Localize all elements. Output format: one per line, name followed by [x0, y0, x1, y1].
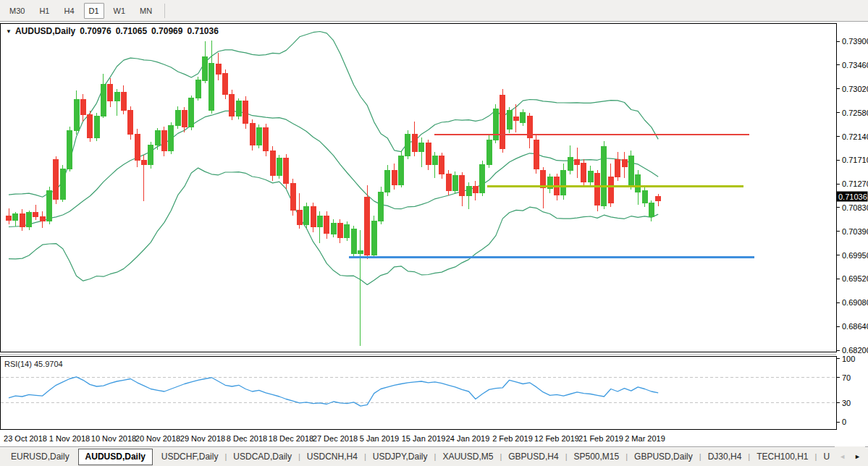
svg-text:0.71036: 0.71036	[838, 192, 867, 201]
quote-high: 0.71065	[116, 26, 147, 36]
candle-body-bull	[155, 131, 160, 145]
date-tick-label: 10 Nov 2018	[91, 434, 136, 443]
candle-body-bull	[331, 223, 336, 234]
candle-body-bear	[223, 74, 228, 94]
candle-body-bull	[507, 111, 512, 130]
candle-body-bull	[432, 156, 437, 165]
chart-tab-eurusd-daily[interactable]: EURUSD,Daily	[4, 449, 76, 465]
candle-body-bear	[141, 161, 146, 165]
svg-text:70: 70	[842, 373, 851, 382]
candle-body-bear	[216, 64, 221, 75]
candle-body-bear	[446, 174, 451, 191]
chart-header: ▼AUDUSD,Daily0.709760.710650.709690.7103…	[6, 26, 219, 36]
chart-tab-gbpusd-daily[interactable]: GBPUSD,Daily	[628, 449, 699, 465]
date-tick-label: 2 Feb 2019	[492, 434, 533, 443]
chart-tab-dj30-h4[interactable]: DJ30,H4	[701, 449, 749, 465]
candle-body-bull	[399, 156, 404, 185]
svg-text:30: 30	[842, 399, 851, 407]
candle-body-bull	[94, 116, 99, 137]
svg-text:0.72580: 0.72580	[842, 109, 868, 117]
svg-text:0.69080: 0.69080	[842, 298, 868, 307]
date-tick-label: 2 Mar 2019	[625, 434, 665, 443]
candle-body-bear	[54, 159, 59, 199]
candle-body-bull	[385, 170, 390, 192]
candle-body-bull	[175, 111, 180, 125]
trading-terminal-window: M30H1H4D1W1MN 0.739000.734600.730200.725…	[0, 0, 868, 466]
svg-text:0.68640: 0.68640	[842, 322, 868, 331]
candle-body-bull	[203, 56, 208, 80]
date-tick-label: 20 Nov 2018	[135, 434, 180, 443]
chart-tab-audusd-daily[interactable]: AUDUSD,Daily	[78, 449, 153, 465]
candle-body-bull	[486, 140, 492, 165]
candle-body-bear	[7, 216, 12, 220]
candle-body-bear	[473, 187, 478, 193]
candle-body-bull	[114, 92, 119, 101]
candle-body-bull	[588, 171, 593, 182]
chart-tab-sp500-m15[interactable]: SP500,M15	[568, 449, 626, 465]
rsi-axis: 10070300	[836, 355, 855, 427]
chart-tab-usdcad-daily[interactable]: USDCAD,Daily	[227, 449, 298, 465]
candle-body-bear	[581, 164, 586, 182]
chart-tab-tech100-h1[interactable]: TECH100,H1	[750, 449, 814, 465]
candle-body-bull	[148, 145, 153, 165]
candle-body-bull	[636, 174, 641, 192]
svg-text:0.73460: 0.73460	[842, 61, 868, 69]
tab-scroll-controls: ◄ ►	[835, 446, 865, 466]
svg-text:0.73020: 0.73020	[842, 85, 868, 93]
candle-body-bear	[80, 100, 85, 114]
date-tick-label: 21 Feb 2019	[578, 434, 623, 443]
chart-canvas[interactable]: 0.739000.734600.730200.725800.721400.717…	[0, 0, 868, 466]
candle-body-bear	[324, 216, 329, 234]
date-tick-label: 24 Jan 2019	[446, 434, 490, 443]
candle-body-bear	[311, 207, 316, 227]
candle-body-bull	[189, 98, 194, 127]
candle-body-bull	[277, 158, 282, 176]
candle-body-bear	[615, 159, 620, 177]
tab-scroll-left-icon[interactable]: ◄	[839, 453, 846, 460]
chart-tab-bar: EURUSD,Daily|AUDUSD,Daily|USDCHF,Daily|U…	[0, 446, 868, 466]
candle-body-bear	[541, 170, 546, 187]
candle-body-bear	[243, 101, 248, 124]
candle-body-bull	[47, 190, 52, 221]
date-tick-label: 29 Nov 2018	[180, 434, 225, 443]
candle-body-bull	[74, 100, 79, 131]
chart-tab-gbpusd-h4[interactable]: GBPUSD,H4	[502, 449, 565, 465]
candle-body-bear	[284, 158, 289, 183]
main-chart-panel	[1, 24, 837, 352]
candle-body-bull	[13, 213, 18, 220]
tab-scroll-right-icon[interactable]: ►	[854, 453, 861, 460]
svg-text:0.71710: 0.71710	[842, 156, 868, 164]
date-tick-label: 12 Feb 2019	[534, 434, 579, 443]
chart-tab-usdchf-daily[interactable]: USDCHF,Daily	[155, 449, 225, 465]
candle-body-bear	[128, 111, 133, 135]
candle-body-bull	[345, 224, 350, 237]
candle-body-bear	[500, 96, 505, 148]
svg-text:0.69520: 0.69520	[842, 274, 868, 283]
candle-body-bear	[162, 131, 167, 151]
candle-body-bear	[426, 143, 431, 165]
svg-text:100: 100	[842, 355, 855, 363]
date-tick-label: 18 Dec 2018	[269, 434, 313, 443]
chart-tab-usdjpy-daily[interactable]: USDJPY,Daily	[366, 449, 434, 465]
candle-body-bear	[595, 174, 600, 205]
collapse-arrow-icon[interactable]: ▼	[6, 28, 12, 35]
candle-body-bear	[33, 213, 38, 217]
candle-body-bull	[568, 157, 573, 170]
chart-tab-u[interactable]: U	[817, 449, 836, 465]
candle-body-bear	[338, 223, 343, 237]
candle-body-bear	[575, 159, 580, 165]
svg-text:0.70830: 0.70830	[842, 203, 868, 212]
candle-body-bear	[135, 135, 140, 161]
candle-body-bull	[602, 146, 607, 206]
svg-text:0.71270: 0.71270	[842, 179, 868, 188]
svg-text:0.68200: 0.68200	[842, 346, 868, 355]
chart-tab-usdcnh-h4[interactable]: USDCNH,H4	[300, 449, 364, 465]
candle-body-bear	[290, 183, 295, 210]
candle-body-bull	[466, 187, 471, 196]
candle-body-bear	[439, 156, 444, 174]
candle-body-bear	[20, 213, 25, 226]
chart-tab-xauusd-m5[interactable]: XAUUSD,M5	[436, 449, 500, 465]
candle-body-bull	[60, 169, 65, 200]
candle-body-bull	[169, 125, 174, 151]
candle-body-bull	[493, 109, 498, 140]
